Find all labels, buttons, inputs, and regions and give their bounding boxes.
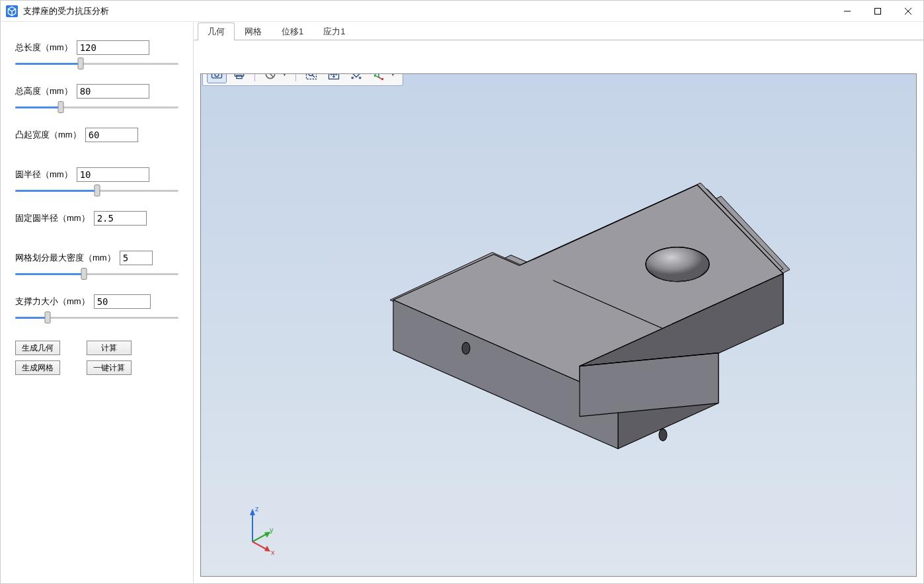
- svg-rect-1: [875, 8, 881, 14]
- axis-orientation-icon[interactable]: [369, 73, 389, 83]
- app-icon: [6, 5, 18, 17]
- axis-y-label: y: [270, 526, 274, 534]
- tab-stress[interactable]: 应力1: [313, 22, 355, 40]
- svg-line-49: [252, 534, 267, 542]
- generate-mesh-button[interactable]: 生成网格: [15, 360, 60, 375]
- 3d-model-render: [327, 146, 790, 490]
- svg-rect-6: [237, 75, 242, 79]
- total-height-input[interactable]: [77, 84, 149, 99]
- param-support-force: 支撑力大小（mm）: [15, 294, 178, 323]
- param-label: 圆半径（mm）: [15, 169, 73, 181]
- svg-point-3: [215, 73, 219, 77]
- minimize-button[interactable]: [832, 1, 863, 22]
- svg-line-51: [252, 542, 267, 550]
- viewport-container: ▼: [194, 40, 923, 583]
- svg-rect-9: [306, 73, 316, 79]
- dropdown-arrow-icon[interactable]: ▼: [282, 73, 288, 77]
- fixed-circle-radius-input[interactable]: [94, 211, 147, 226]
- bump-width-input[interactable]: [85, 128, 138, 142]
- param-label: 支撑力大小（mm）: [15, 296, 90, 308]
- svg-point-43: [659, 429, 667, 440]
- disable-icon[interactable]: [260, 73, 280, 83]
- circle-radius-input[interactable]: [77, 167, 149, 182]
- camera-icon[interactable]: [207, 73, 227, 83]
- param-label: 网格划分最大密度（mm）: [15, 252, 116, 264]
- support-force-slider[interactable]: [15, 312, 178, 323]
- param-label: 固定圆半径（mm）: [15, 212, 90, 224]
- svg-rect-2: [212, 73, 222, 78]
- svg-line-11: [313, 75, 315, 77]
- compute-button[interactable]: 计算: [87, 341, 132, 355]
- one-click-compute-button[interactable]: 一键计算: [87, 360, 132, 375]
- param-mesh-density: 网格划分最大密度（mm）: [15, 251, 178, 280]
- mesh-density-slider[interactable]: [15, 268, 178, 280]
- param-label: 总高度（mm）: [15, 85, 73, 97]
- generate-geometry-button[interactable]: 生成几何: [15, 341, 60, 355]
- zoom-fit-icon[interactable]: [346, 73, 366, 83]
- button-row-1: 生成几何 计算: [15, 341, 178, 355]
- mesh-density-input[interactable]: [120, 251, 153, 265]
- 3d-viewport[interactable]: ▼: [200, 73, 917, 577]
- axis-x-label: x: [271, 548, 275, 556]
- zoom-extents-icon[interactable]: [324, 73, 344, 83]
- tab-displacement[interactable]: 位移1: [272, 22, 313, 40]
- svg-line-8: [267, 73, 274, 77]
- maximize-button[interactable]: [863, 1, 893, 22]
- svg-point-42: [462, 342, 470, 354]
- param-bump-width: 凸起宽度（mm）: [15, 128, 178, 145]
- param-label: 凸起宽度（mm）: [15, 129, 81, 141]
- param-total-length: 总长度（mm）: [15, 40, 178, 69]
- close-button[interactable]: [893, 1, 923, 22]
- total-length-input[interactable]: [77, 40, 149, 55]
- svg-marker-48: [250, 509, 255, 515]
- param-fixed-circle-radius: 固定圆半径（mm）: [15, 211, 178, 228]
- axis-gizmo: z y x: [234, 503, 280, 556]
- zoom-window-icon[interactable]: [301, 73, 321, 83]
- titlebar: 支撑座的受力抗压分析: [1, 1, 923, 22]
- axis-z-label: z: [255, 505, 259, 513]
- viewport-toolbar: ▼: [202, 73, 403, 86]
- parameters-panel: 总长度（mm） 总高度（mm）: [1, 22, 194, 583]
- support-force-input[interactable]: [94, 294, 151, 309]
- param-circle-radius: 圆半径（mm）: [15, 167, 178, 196]
- param-total-height: 总高度（mm）: [15, 84, 178, 113]
- print-icon[interactable]: [229, 73, 249, 83]
- svg-rect-13: [353, 73, 359, 77]
- tab-mesh[interactable]: 网格: [235, 22, 272, 40]
- param-label: 总长度（mm）: [15, 42, 73, 54]
- main-area: 几何 网格 位移1 应力1: [194, 22, 923, 583]
- total-length-slider[interactable]: [15, 58, 178, 69]
- tabstrip: 几何 网格 位移1 应力1: [194, 22, 923, 40]
- tab-geometry[interactable]: 几何: [198, 22, 235, 40]
- button-row-2: 生成网格 一键计算: [15, 360, 178, 375]
- dropdown-arrow-icon[interactable]: ▼: [390, 73, 396, 77]
- app-window: 支撑座的受力抗压分析 总长度（mm）: [0, 0, 924, 584]
- circle-radius-slider[interactable]: [15, 185, 178, 196]
- total-height-slider[interactable]: [15, 101, 178, 113]
- window-title: 支撑座的受力抗压分析: [23, 5, 109, 17]
